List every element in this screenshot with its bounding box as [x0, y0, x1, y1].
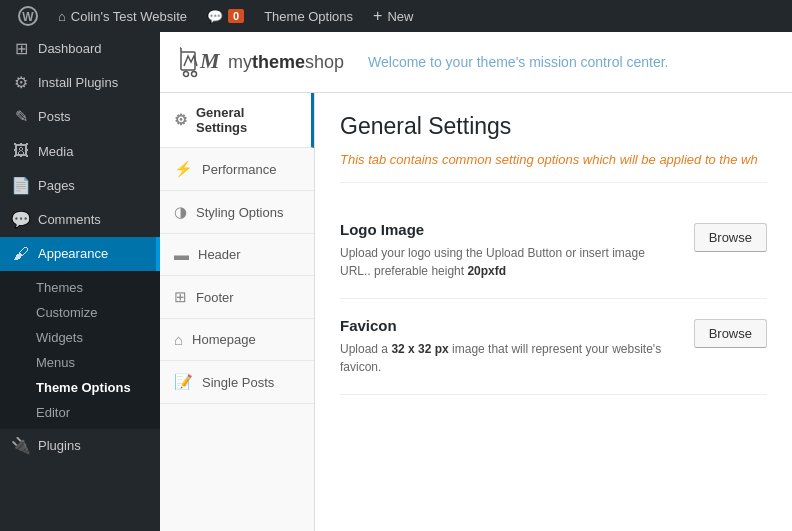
svg-point-4 — [192, 72, 197, 77]
comments-icon: 💬 — [12, 211, 30, 229]
main-content: M mythemeshop Welcome to your theme's mi… — [160, 32, 792, 531]
appearance-icon: 🖌 — [12, 245, 30, 263]
sidebar-item-posts[interactable]: ✎ Posts — [0, 100, 160, 134]
sidebar-item-dashboard[interactable]: ⊞ Dashboard — [0, 32, 160, 66]
performance-icon: ⚡ — [174, 160, 193, 178]
site-name[interactable]: ⌂ Colin's Test Website — [48, 0, 197, 32]
theme-nav-performance[interactable]: ⚡ Performance — [160, 148, 314, 191]
theme-nav-single-posts[interactable]: 📝 Single Posts — [160, 361, 314, 404]
footer-icon: ⊞ — [174, 288, 187, 306]
sidebar-sub-menus[interactable]: Menus — [28, 350, 160, 375]
sidebar-item-media[interactable]: 🖼 Media — [0, 135, 160, 169]
plugins-icon: 🔌 — [12, 437, 30, 455]
sidebar-sub-widgets[interactable]: Widgets — [28, 325, 160, 350]
styling-icon: ◑ — [174, 203, 187, 221]
logo-image-desc: Upload your logo using the Upload Button… — [340, 244, 674, 280]
sidebar-sub-themes[interactable]: Themes — [28, 275, 160, 300]
plugins-install-icon: ⚙ — [12, 74, 30, 92]
sidebar-item-comments[interactable]: 💬 Comments — [0, 203, 160, 237]
favicon-control: Browse — [694, 319, 767, 348]
sidebar-item-pages[interactable]: 📄 Pages — [0, 169, 160, 203]
logo-browse-button[interactable]: Browse — [694, 223, 767, 252]
theme-nav-general[interactable]: ⚙ General Settings — [160, 93, 314, 148]
welcome-text: Welcome to your theme's mission control … — [368, 54, 668, 70]
theme-nav-footer[interactable]: ⊞ Footer — [160, 276, 314, 319]
tab-description: This tab contains common setting options… — [340, 152, 767, 183]
theme-options-link[interactable]: Theme Options — [254, 0, 363, 32]
theme-body: ⚙ General Settings ⚡ Performance ◑ Styli… — [160, 93, 792, 531]
favicon-desc: Upload a 32 x 32 px image that will repr… — [340, 340, 674, 376]
single-posts-icon: 📝 — [174, 373, 193, 391]
svg-point-3 — [184, 72, 189, 77]
mythemeshop-logo-icon: M — [180, 44, 222, 80]
admin-bar: W ⌂ Colin's Test Website 💬 0 Theme Optio… — [0, 0, 792, 32]
comments-count: 0 — [228, 9, 244, 23]
comments-button[interactable]: 💬 0 — [197, 0, 254, 32]
media-icon: 🖼 — [12, 143, 30, 161]
home-icon: ⌂ — [58, 9, 66, 24]
header-icon: ▬ — [174, 246, 189, 263]
sidebar-sub-editor[interactable]: Editor — [28, 400, 160, 425]
theme-nav-styling[interactable]: ◑ Styling Options — [160, 191, 314, 234]
theme-content-panel: General Settings This tab contains commo… — [315, 93, 792, 531]
svg-text:W: W — [22, 10, 34, 24]
comment-icon: 💬 — [207, 9, 223, 24]
appearance-submenu: Themes Customize Widgets Menus Theme Opt… — [0, 271, 160, 429]
wp-logo[interactable]: W — [8, 0, 48, 32]
theme-header: M mythemeshop Welcome to your theme's mi… — [160, 32, 792, 93]
theme-nav-homepage[interactable]: ⌂ Homepage — [160, 319, 314, 361]
sidebar-item-install-plugins[interactable]: ⚙ Install Plugins — [0, 66, 160, 100]
homepage-icon: ⌂ — [174, 331, 183, 348]
favicon-title: Favicon — [340, 317, 674, 334]
theme-nav-header[interactable]: ▬ Header — [160, 234, 314, 276]
sidebar-sub-customize[interactable]: Customize — [28, 300, 160, 325]
sidebar-sub-theme-options[interactable]: Theme Options — [28, 375, 160, 400]
favicon-browse-button[interactable]: Browse — [694, 319, 767, 348]
logo-image-row: Logo Image Upload your logo using the Up… — [340, 203, 767, 299]
posts-icon: ✎ — [12, 108, 30, 126]
logo-image-info: Logo Image Upload your logo using the Up… — [340, 221, 674, 280]
sidebar-item-appearance[interactable]: 🖌 Appearance — [0, 237, 160, 271]
content-title: General Settings — [340, 113, 767, 140]
favicon-info: Favicon Upload a 32 x 32 px image that w… — [340, 317, 674, 376]
general-settings-icon: ⚙ — [174, 111, 187, 129]
theme-nav: ⚙ General Settings ⚡ Performance ◑ Styli… — [160, 93, 315, 531]
theme-logo: M mythemeshop — [180, 44, 344, 80]
favicon-row: Favicon Upload a 32 x 32 px image that w… — [340, 299, 767, 395]
dashboard-icon: ⊞ — [12, 40, 30, 58]
brand-text: mythemeshop — [228, 52, 344, 73]
svg-text:M: M — [199, 48, 221, 73]
logo-image-control: Browse — [694, 223, 767, 252]
sidebar: ⊞ Dashboard ⚙ Install Plugins ✎ Posts 🖼 … — [0, 32, 160, 531]
new-button[interactable]: + New — [363, 0, 423, 32]
sidebar-item-plugins[interactable]: 🔌 Plugins — [0, 429, 160, 463]
pages-icon: 📄 — [12, 177, 30, 195]
logo-image-title: Logo Image — [340, 221, 674, 238]
